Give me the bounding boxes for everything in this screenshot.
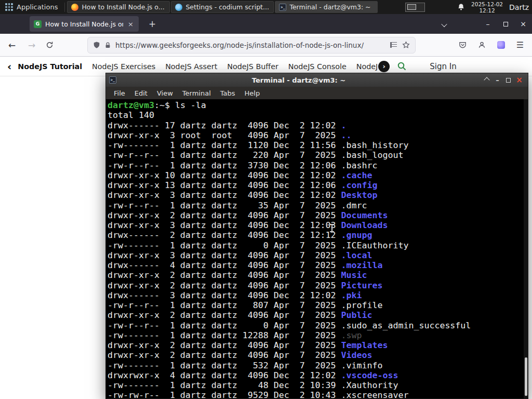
applications-menu-button[interactable]: Applications: [0, 0, 63, 14]
workspace-switcher[interactable]: [405, 3, 425, 12]
menu-button[interactable]: ☰: [516, 40, 524, 50]
top-panel: Applications How to Install Node.js o...…: [0, 0, 532, 14]
clock-time: 12:12: [471, 7, 503, 14]
menu-terminal[interactable]: Terminal: [178, 89, 216, 97]
nav-link-nodejs-buffer[interactable]: NodeJS Buffer: [227, 62, 278, 71]
search-icon[interactable]: [397, 61, 407, 71]
terminal-line: drwx------ 2 dartz dartz 4096 Dec 2 12:1…: [108, 230, 528, 240]
menu-file[interactable]: File: [109, 89, 130, 97]
terminal-line: drwxr-xr-x 3 root root 4096 Apr 7 2025 .…: [108, 130, 528, 140]
nav-link-nodejs-assert[interactable]: NodeJS Assert: [165, 62, 217, 71]
terminal-line: drwxr-xr-x 3 dartz dartz 4096 Dec 2 12:0…: [108, 190, 528, 200]
reader-view-icon[interactable]: [390, 42, 397, 48]
terminal-scrollbar[interactable]: [524, 99, 528, 398]
reload-button[interactable]: [46, 41, 57, 49]
terminal-line: drwxr-xr-x 2 dartz dartz 4096 Apr 7 2025…: [108, 310, 528, 320]
browser-tab[interactable]: G How to Install Node.js on... ×: [30, 16, 139, 32]
terminal-line: total 140: [108, 110, 528, 120]
terminal-icon: >_: [109, 76, 116, 84]
url-text: https://www.geeksforgeeks.org/node-js/in…: [115, 41, 386, 49]
nav-scroll-left-icon[interactable]: ‹: [7, 61, 11, 72]
toolbar-right-icons: ☰: [459, 40, 526, 50]
terminal-line: -rw------- 1 dartz dartz 1120 Dec 2 11:5…: [108, 140, 528, 150]
taskbar-button-firefox[interactable]: How to Install Node.js o...: [67, 1, 170, 13]
terminal-line: drwxr-xr-x 2 dartz dartz 4096 Apr 7 2025…: [108, 350, 528, 360]
taskbar-title: Settings - codium script...: [185, 3, 269, 11]
scrollbar-thumb[interactable]: [525, 357, 527, 396]
pocket-icon[interactable]: [459, 41, 467, 49]
extensions-icon[interactable]: [497, 41, 505, 49]
gfg-favicon: G: [34, 20, 42, 28]
minimize-button[interactable]: –: [492, 74, 503, 86]
terminal-line: -rw-r--r-- 1 dartz dartz 220 Apr 7 2025 …: [108, 150, 528, 160]
terminal-line: -rw------- 1 dartz dartz 12288 Apr 7 202…: [108, 330, 528, 340]
sign-in-button[interactable]: Sign In: [430, 62, 456, 71]
shield-icon[interactable]: [93, 41, 100, 49]
nav-scroll-right-icon[interactable]: ›: [378, 61, 390, 72]
panel-separator: [64, 3, 65, 12]
minimize-button[interactable]: –: [479, 16, 497, 32]
forward-button[interactable]: →: [26, 40, 37, 50]
lock-icon[interactable]: [104, 42, 111, 49]
terminal-output[interactable]: dartz@vm3:~$ ls -la total 140 drwx------…: [106, 99, 528, 398]
terminal-line: drwxrwxr-x 4 dartz dartz 4096 Dec 2 12:0…: [108, 370, 528, 380]
terminal-line: -rw-r--r-- 1 dartz dartz 3730 Dec 2 12:0…: [108, 161, 528, 170]
nav-link-nodejs-tutorial[interactable]: NodeJS Tutorial: [18, 62, 82, 71]
notification-bell-icon[interactable]: [457, 3, 465, 11]
workspace-window-thumb: [407, 4, 416, 10]
terminal-line: drwx------ 17 dartz dartz 4096 Dec 2 12:…: [108, 121, 528, 130]
close-button[interactable]: ×: [514, 16, 532, 32]
menu-view[interactable]: View: [152, 89, 178, 97]
firefox-icon: [71, 4, 78, 11]
menu-tabs[interactable]: Tabs: [216, 89, 240, 97]
account-icon[interactable]: [478, 41, 486, 49]
nav-link-nodejs-exercises[interactable]: NodeJS Exercises: [92, 62, 155, 71]
address-bar[interactable]: https://www.geeksforgeeks.org/node-js/in…: [87, 37, 416, 54]
shade-button[interactable]: [481, 74, 492, 86]
close-button[interactable]: ×: [514, 74, 525, 86]
window-controls: – ×: [436, 16, 532, 32]
applications-label: Applications: [17, 3, 58, 11]
menu-help[interactable]: Help: [240, 89, 265, 97]
gfg-nav-links: NodeJS Tutorial NodeJS Exercises NodeJS …: [18, 62, 377, 71]
terminal-line: drwxr-xr-x 3 dartz dartz 4096 Dec 2 12:0…: [108, 220, 528, 230]
terminal-line: -rw------- 1 dartz dartz 0 Apr 7 2025 .I…: [108, 241, 528, 250]
terminal-icon: >_: [279, 4, 286, 11]
back-button[interactable]: ←: [6, 40, 18, 50]
terminal-line: drwxr-xr-x 2 dartz dartz 4096 Apr 7 2025…: [108, 270, 528, 280]
applications-grid-icon: [5, 3, 13, 11]
terminal-line: drwxr-xr-x 3 dartz dartz 4096 Apr 7 2025…: [108, 250, 528, 260]
terminal-window: >_ Terminal - dartz@vm3: ~ – × File Edit…: [105, 73, 528, 399]
taskbar-title: Terminal - dartz@vm3: ~: [289, 3, 370, 11]
taskbar-title: How to Install Node.js o...: [82, 3, 164, 11]
terminal-line: -rw------- 1 dartz dartz 48 Dec 2 10:39 …: [108, 380, 528, 390]
restore-button[interactable]: [497, 16, 514, 32]
terminal-line: drwxr-xr-x 2 dartz dartz 4096 Apr 7 2025…: [108, 340, 528, 350]
nav-link-nodejs-console[interactable]: NodeJS Console: [288, 62, 347, 71]
taskbar-button-terminal[interactable]: >_ Terminal - dartz@vm3: ~: [275, 1, 378, 13]
clock-date: 2025-12-02: [471, 1, 503, 7]
terminal-line: -rw------- 1 dartz dartz 532 Apr 7 2025 …: [108, 361, 528, 370]
list-all-tabs-button[interactable]: [436, 19, 452, 29]
terminal-line: -rw-r--r-- 1 dartz dartz 35 Apr 7 2025 .…: [108, 201, 528, 210]
terminal-line: -rw-r--r-- 1 dartz dartz 0 Apr 7 2025 .s…: [108, 321, 528, 330]
terminal-titlebar[interactable]: >_ Terminal - dartz@vm3: ~ – ×: [106, 73, 528, 87]
panel-right: 2025-12-02 12:12 Dartz: [457, 1, 532, 14]
terminal-line: drwx------ 3 dartz dartz 4096 Dec 2 12:0…: [108, 290, 528, 300]
codium-icon: [175, 4, 182, 11]
maximize-button[interactable]: [503, 74, 514, 86]
terminal-line: drwxr-xr-x 2 dartz dartz 4096 Apr 7 2025…: [108, 281, 528, 290]
tab-title: How to Install Node.js on...: [45, 20, 123, 28]
taskbar-button-codium[interactable]: Settings - codium script...: [171, 1, 274, 13]
bookmark-star-icon[interactable]: [402, 41, 410, 49]
terminal-window-title: Terminal - dartz@vm3: ~: [116, 76, 481, 84]
tab-close-icon[interactable]: ×: [127, 20, 135, 28]
panel-clock: 2025-12-02 12:12: [471, 1, 503, 14]
desktop: Applications How to Install Node.js o...…: [0, 0, 532, 399]
terminal-prompt-line: dartz@vm3:~$ ls -la: [108, 100, 528, 110]
nav-link-nodejs-crypto[interactable]: NodeJS Crypto: [356, 62, 378, 71]
panel-username: Dartz: [509, 3, 529, 11]
new-tab-button[interactable]: +: [146, 19, 158, 29]
menu-edit[interactable]: Edit: [130, 89, 152, 97]
terminal-line: drwxr-xr-x 13 dartz dartz 4096 Dec 2 12:…: [108, 180, 528, 190]
